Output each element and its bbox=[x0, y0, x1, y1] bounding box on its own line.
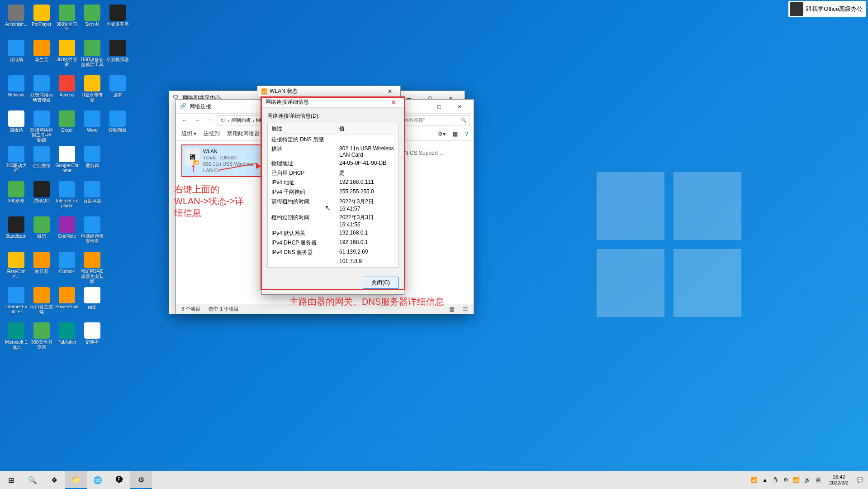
view-details-icon[interactable]: ☰ bbox=[463, 306, 468, 312]
partial-text: N CS Support ... bbox=[404, 150, 444, 156]
desktop-icon[interactable]: Internet Explorer bbox=[54, 180, 80, 215]
desktop-icon[interactable]: 企业微信 bbox=[29, 145, 54, 179]
desktop-icon[interactable]: 联想网络控制工具-控制端 bbox=[29, 110, 54, 144]
tray-wifi-icon[interactable]: 📶 bbox=[751, 477, 758, 483]
desktop-icon[interactable]: Outlook bbox=[54, 251, 80, 285]
view-options-button[interactable]: ⚙▾ bbox=[438, 131, 446, 137]
task-view-button[interactable]: ❖ bbox=[43, 471, 65, 489]
desktop-icon[interactable]: 电脑健康状况检查 bbox=[80, 216, 105, 250]
connect-to-button[interactable]: 连接到 bbox=[204, 130, 220, 138]
details-pane-button[interactable]: ▦ bbox=[453, 131, 458, 137]
nav-forward-button[interactable]: → bbox=[192, 115, 202, 125]
icon-label: Network bbox=[8, 92, 25, 97]
start-button[interactable]: ⊞ bbox=[0, 471, 22, 489]
close-button[interactable]: ✕ bbox=[449, 100, 470, 113]
details-label: 网络连接详细信息(D): bbox=[267, 112, 398, 120]
app-icon bbox=[8, 181, 24, 197]
app-icon bbox=[8, 5, 24, 21]
adapter-ssid: Tenda_1089A0 bbox=[203, 154, 259, 161]
icon-label: EasyConn... bbox=[5, 269, 28, 279]
search-button[interactable]: 🔍 bbox=[22, 471, 43, 489]
desktop-icon[interactable]: 小蚁多开器 bbox=[105, 4, 130, 38]
desktop-icon[interactable]: Internet Explorer bbox=[4, 286, 29, 321]
desktop-icon[interactable]: 此电脑 bbox=[4, 39, 29, 73]
network-details-dialog[interactable]: 网络连接详细信息 ✕ 网络连接详细信息(D): 属性 值 连接特定的 DNS 后… bbox=[261, 96, 404, 295]
close-button[interactable]: 关闭(C) bbox=[363, 277, 398, 289]
desktop-icon[interactable]: PotPlayer bbox=[29, 4, 54, 38]
close-icon[interactable]: ✕ bbox=[387, 99, 400, 106]
desktop-icon[interactable]: Word bbox=[80, 110, 105, 144]
disable-device-button[interactable]: 禁用此网络设备 bbox=[227, 130, 265, 138]
desktop-icon[interactable]: Access bbox=[54, 74, 80, 109]
nav-back-button[interactable]: ← bbox=[180, 115, 190, 125]
desktop-icon[interactable]: USB设备安全移除工具 bbox=[80, 39, 105, 73]
nav-up-button[interactable]: ↑ bbox=[205, 115, 215, 125]
desktop-icon[interactable]: EasyConn... bbox=[4, 251, 29, 285]
desktop-icon[interactable]: 微信 bbox=[29, 216, 54, 250]
desktop-icon[interactable]: 向日葵主控端 bbox=[29, 286, 54, 321]
desktop-icon[interactable]: Bandicam bbox=[4, 216, 29, 250]
value-cell: 192.168.0.111 bbox=[336, 178, 398, 187]
desktop-icon[interactable]: 小蚁模拟器 bbox=[105, 39, 130, 73]
property-cell: IPv4 子网掩码 bbox=[268, 187, 336, 197]
desktop-icon[interactable]: 花生壳 bbox=[29, 39, 54, 73]
desktop-icon[interactable]: Excel bbox=[54, 110, 80, 144]
taskbar[interactable]: ⊞ 🔍 ❖ 📁 🌐 🅔 ⚙ 📶 ▲ 🐧 ⚙ 📶 🔊 英 16:42 2022/3… bbox=[0, 471, 868, 489]
desktop-icon[interactable]: 画图 bbox=[80, 286, 105, 321]
desktop-icon[interactable]: Administr... bbox=[4, 4, 29, 38]
desktop-icon[interactable]: U盘杀毒专家 bbox=[80, 74, 105, 109]
clock[interactable]: 16:42 2022/3/2 bbox=[825, 474, 852, 486]
close-button[interactable]: ✕ bbox=[383, 88, 397, 95]
app-icon bbox=[33, 181, 50, 197]
desktop-icon[interactable]: 向日葵 bbox=[29, 251, 54, 285]
desktop-icon[interactable]: Google Chrome bbox=[54, 145, 80, 179]
desktop-icon[interactable]: Network bbox=[4, 74, 29, 109]
desktop-icon[interactable]: 360软件管家 bbox=[54, 39, 80, 73]
view-large-icon[interactable]: ▦ bbox=[449, 306, 455, 312]
wlan-status-window[interactable]: 📶 WLAN 状态 ✕ bbox=[257, 86, 401, 96]
maximize-button[interactable]: ▢ bbox=[428, 100, 449, 113]
avatar bbox=[790, 2, 803, 16]
desktop-icon[interactable]: 迅雷 bbox=[105, 74, 130, 109]
desktop-icon[interactable]: 360驱动大师 bbox=[4, 145, 29, 179]
desktop-icon[interactable]: 腾讯QQ bbox=[29, 180, 54, 215]
app-icon bbox=[59, 75, 75, 91]
settings-taskbar[interactable]: ⚙ bbox=[130, 471, 152, 489]
desktop-icon[interactable]: OneNote bbox=[54, 216, 80, 250]
desktop-icon[interactable]: 福昕PDF阅读器免安装版 bbox=[80, 251, 105, 285]
desktop-icon[interactable]: 360安全卫士 bbox=[54, 4, 80, 38]
desktop-icon[interactable]: 爱剪辑 bbox=[80, 145, 105, 179]
ime-indicator[interactable]: 英 bbox=[816, 476, 821, 484]
organize-menu[interactable]: 组织 ▾ bbox=[181, 130, 196, 138]
tray-volume-icon[interactable]: 🔊 bbox=[804, 477, 811, 483]
icon-label: 花生壳 bbox=[35, 57, 48, 62]
chrome-taskbar[interactable]: 🌐 bbox=[87, 471, 109, 489]
icon-label: Serv-U bbox=[85, 22, 99, 27]
tray-overflow-icon[interactable]: ▲ bbox=[762, 477, 768, 483]
edge-taskbar[interactable]: 🅔 bbox=[109, 471, 130, 489]
tray-settings-icon[interactable]: ⚙ bbox=[783, 477, 788, 483]
help-button[interactable]: ? bbox=[465, 131, 468, 137]
tray-network-icon[interactable]: 📶 bbox=[793, 477, 800, 483]
icon-label: Publisher bbox=[57, 340, 76, 345]
system-tray[interactable]: 📶 ▲ 🐧 ⚙ 📶 🔊 英 16:42 2022/3/2 💬 bbox=[746, 474, 868, 486]
desktop-icon[interactable]: 回收站 bbox=[4, 110, 29, 144]
desktop-icon[interactable]: Serv-U bbox=[80, 4, 105, 38]
desktop-icon[interactable]: 360杀毒 bbox=[4, 180, 29, 215]
property-cell: 租约过期的时间 bbox=[268, 213, 336, 229]
desktop-icon[interactable]: 联想商用驱动管理器 bbox=[29, 74, 54, 109]
desktop-icon[interactable]: Publisher bbox=[54, 321, 80, 356]
search-icon: 🔍 bbox=[460, 117, 467, 123]
desktop-icon[interactable]: 百度网盘 bbox=[80, 180, 105, 215]
app-icon bbox=[33, 110, 50, 127]
desktop-icon[interactable]: 360安全浏览器 bbox=[29, 321, 54, 356]
desktop-icon[interactable]: Microsoft Edge bbox=[4, 321, 29, 356]
desktop-icon[interactable]: PowerPoint bbox=[54, 286, 80, 321]
desktop-icon[interactable]: 控制面板 bbox=[105, 110, 130, 144]
desktop-icon[interactable]: 记事本 bbox=[80, 321, 105, 356]
file-explorer-taskbar[interactable]: 📁 bbox=[65, 471, 87, 489]
minimize-button[interactable]: — bbox=[408, 100, 428, 113]
table-row: IPv4 地址192.168.0.111 bbox=[268, 178, 398, 187]
notification-button[interactable]: 💬 bbox=[857, 477, 863, 483]
tray-qq-icon[interactable]: 🐧 bbox=[772, 477, 779, 483]
